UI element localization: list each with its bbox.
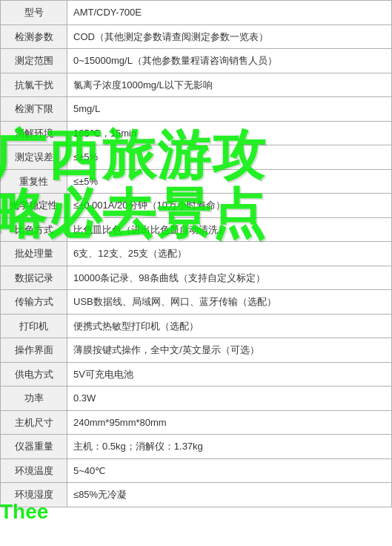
row-label: 主机尺寸 [1, 410, 67, 435]
table-row: 传输方式USB数据线、局域网、网口、蓝牙传输（选配） [1, 290, 392, 315]
row-value: 氯离子浓度1000mg/L以下无影响 [67, 73, 392, 97]
table-row: 功率0.3W [1, 387, 392, 411]
row-label: 功率 [1, 387, 67, 411]
row-value: 便携式热敏型打印机（选配） [67, 314, 392, 338]
table-row: 重复性≤±5% [1, 169, 392, 194]
row-label: 型号 [1, 1, 67, 25]
row-value: 10000条记录、98条曲线（支持自定义标定） [67, 266, 392, 290]
row-value: 5mg/L [67, 97, 392, 122]
row-label: 操作界面 [1, 338, 67, 363]
row-label: 环境湿度 [1, 483, 67, 507]
row-value: 薄膜按键式操作，全中文/英文显示（可选） [67, 338, 392, 363]
row-label: 抗氯干扰 [1, 73, 67, 97]
row-value: 主机：0.5kg；消解仪：1.37kg [67, 435, 392, 459]
row-value: 6支、12支、25支（选配） [67, 242, 392, 266]
table-row: 仪器重量主机：0.5kg；消解仪：1.37kg [1, 435, 392, 459]
row-value: 0~15000mg/L（其他参数量程请咨询销售人员） [67, 49, 392, 73]
row-value: ≤85%无冷凝 [67, 483, 392, 507]
row-label: 环境温度 [1, 458, 67, 483]
row-value: 5~40℃ [67, 458, 392, 483]
row-value: USB数据线、局域网、网口、蓝牙传输（选配） [67, 290, 392, 315]
table-row: 环境温度5~40℃ [1, 458, 392, 483]
table-row: 打印机便携式热敏型打印机（选配） [1, 314, 392, 338]
table-row: 比色方式比色皿比色（进出比色皿自动清洗） [1, 217, 392, 242]
row-label: 检测下限 [1, 97, 67, 122]
row-value: ≤±0.001A/20分钟（10万小时寿命） [67, 194, 392, 218]
table-row: 消解环境165℃，15min [1, 121, 392, 145]
row-value: 165℃，15min [67, 121, 392, 145]
row-value: 0.3W [67, 387, 392, 411]
row-value: 5V可充电电池 [67, 362, 392, 387]
row-label: 重复性 [1, 169, 67, 194]
table-row: 数据记录10000条记录、98条曲线（支持自定义标定） [1, 266, 392, 290]
row-label: 打印机 [1, 314, 67, 338]
row-label: 数据记录 [1, 266, 67, 290]
table-row: 主机尺寸240mm*95mm*80mm [1, 410, 392, 435]
row-value: ≤±5% [67, 145, 392, 170]
table-row: 环境湿度≤85%无冷凝 [1, 483, 392, 507]
row-label: 比色方式 [1, 217, 67, 242]
row-label: 测定误差 [1, 145, 67, 170]
table-row: 批处理量6支、12支、25支（选配） [1, 242, 392, 266]
specs-table: 型号AMT/CDY-700E检测参数COD（其他测定参数请查阅测定参数一览表）测… [0, 0, 392, 507]
table-row: 测定误差≤±5% [1, 145, 392, 170]
table-row: 操作界面薄膜按键式操作，全中文/英文显示（可选） [1, 338, 392, 363]
table-row: 测定范围0~15000mg/L（其他参数量程请咨询销售人员） [1, 49, 392, 73]
table-row: 检测下限5mg/L [1, 97, 392, 122]
row-label: 消解环境 [1, 121, 67, 145]
row-value: ≤±5% [67, 169, 392, 194]
row-label: 仪器重量 [1, 435, 67, 459]
row-label: 光学稳定性 [1, 194, 67, 218]
row-label: 批处理量 [1, 242, 67, 266]
row-value: COD（其他测定参数请查阅测定参数一览表） [67, 24, 392, 49]
table-row: 抗氯干扰氯离子浓度1000mg/L以下无影响 [1, 73, 392, 97]
row-value: AMT/CDY-700E [67, 1, 392, 25]
row-label: 测定范围 [1, 49, 67, 73]
row-value: 比色皿比色（进出比色皿自动清洗） [67, 217, 392, 242]
row-value: 240mm*95mm*80mm [67, 410, 392, 435]
table-row: 型号AMT/CDY-700E [1, 1, 392, 25]
table-row: 光学稳定性≤±0.001A/20分钟（10万小时寿命） [1, 194, 392, 218]
table-row: 供电方式5V可充电电池 [1, 362, 392, 387]
row-label: 传输方式 [1, 290, 67, 315]
row-label: 供电方式 [1, 362, 67, 387]
row-label: 检测参数 [1, 24, 67, 49]
table-row: 检测参数COD（其他测定参数请查阅测定参数一览表） [1, 24, 392, 49]
